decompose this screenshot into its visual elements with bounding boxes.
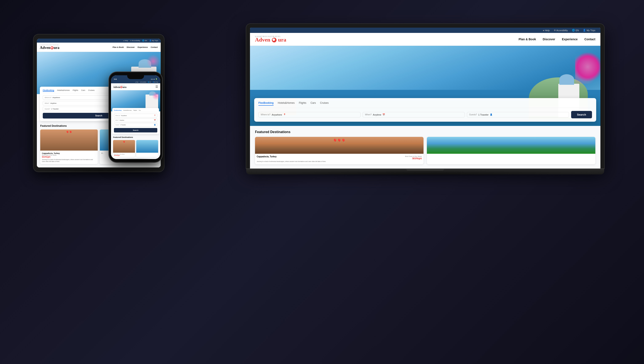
tablet-dest-cappadocia-img bbox=[40, 129, 98, 150]
laptop-booking-widget: FlexBooking Hotels&Homes Flights Cars Cr… bbox=[254, 98, 596, 122]
laptop-nav: Plan & Book Discover Experience Contact bbox=[519, 38, 595, 41]
laptop-dest-coastal[interactable] bbox=[427, 137, 595, 164]
tablet-nav-experience[interactable]: Experience bbox=[138, 46, 148, 48]
laptop-tab-flexbooking[interactable]: FlexBooking bbox=[258, 101, 274, 106]
laptop-help-link[interactable]: ● Help bbox=[543, 29, 550, 32]
tablet-tab-hotels[interactable]: Hotels&Homes bbox=[57, 89, 70, 92]
phone-when-field[interactable]: When? Anytime 📅 bbox=[114, 118, 157, 122]
tablet-tab-cars[interactable]: Cars bbox=[81, 89, 85, 92]
phone-notch bbox=[127, 75, 144, 79]
laptop-dest-cappadocia-price: $63/Night bbox=[405, 157, 422, 160]
laptop-tab-flights[interactable]: Flights bbox=[299, 101, 306, 106]
phone-screen: 9:41 ▲▲▲ 🔋 ● Help ⊕ Accesibility 🌐 EN 👤 … bbox=[111, 75, 160, 159]
laptop-screen: ● Help ⊕ Accesibility 🌐 EN 👤 My Trips bbox=[250, 28, 600, 168]
tablet-nav-plan[interactable]: Plan & Book bbox=[112, 46, 124, 48]
phone-tab-flexbooking[interactable]: FlexBooking bbox=[114, 110, 122, 111]
tablet-mytrips[interactable]: 👤 My Trips bbox=[149, 40, 158, 42]
laptop-dest-coastal-img bbox=[427, 137, 595, 154]
phone-where-field[interactable]: Where to? Anywhere 📍 bbox=[114, 114, 157, 117]
tablet-nav-contact[interactable]: Contact bbox=[151, 46, 158, 48]
phone-booking-widget-container: FlexBooking Hotels&Homes Flights Car Whe… bbox=[112, 108, 159, 134]
phone-hamburger-menu[interactable]: ☰ bbox=[156, 85, 158, 89]
laptop-guests-field[interactable]: Guests? 1 Traveler 👤 bbox=[467, 112, 569, 117]
laptop-tab-cruises[interactable]: Cruises bbox=[320, 101, 329, 106]
tablet-when-value: Anytime bbox=[50, 102, 56, 104]
phone-tab-flights[interactable]: Flights bbox=[133, 110, 137, 111]
phone-search-button[interactable]: Search bbox=[114, 128, 157, 132]
laptop-featured-title: Featured Destinations bbox=[255, 130, 595, 134]
location-icon: 📍 bbox=[283, 113, 286, 116]
laptop-when-field[interactable]: When? Anytime 📅 bbox=[363, 112, 465, 117]
laptop-tab-hotels[interactable]: Hotels&Homes bbox=[278, 101, 294, 106]
laptop-nav-experience[interactable]: Experience bbox=[562, 38, 578, 41]
phone-dest-cappadocia[interactable]: Best Deal of the Week $63/Night bbox=[113, 140, 135, 157]
tablet-guests-label: Guests? bbox=[45, 108, 50, 110]
phone-tab-cars[interactable]: Car bbox=[139, 110, 141, 111]
phone-logo-container: LIGHTHOUSETRAVEL Advenura bbox=[113, 85, 126, 89]
phone-dest-cappadocia-price: $63/Night bbox=[114, 155, 134, 156]
phone-mytrips[interactable]: 👤 My Trips bbox=[153, 81, 158, 83]
devices-showcase: ● Help ⊕ Accesibility 🌐 EN 👤 My Trips bbox=[27, 13, 617, 351]
laptop-when-value: Anytime bbox=[373, 113, 382, 116]
laptop-screen-outer: ● Help ⊕ Accesibility 🌐 EN 👤 My Trips bbox=[246, 24, 604, 168]
phone-language[interactable]: 🌐 EN bbox=[148, 81, 151, 83]
tablet-dest-cappadocia-deal: Best Deal of the Week bbox=[42, 154, 96, 156]
tablet-tab-flexbooking[interactable]: FlexBooking bbox=[43, 89, 54, 92]
laptop-where-value: Anywhere bbox=[272, 113, 282, 116]
phone-tab-hotels[interactable]: Hotels&Homes bbox=[123, 110, 132, 111]
phone-calendar-icon: 📅 bbox=[154, 119, 156, 121]
tablet-dest-cappadocia[interactable]: Cappadocia, Turkey Best Deal of the Week… bbox=[40, 129, 98, 164]
tablet-tab-cruises[interactable]: Cruises bbox=[88, 89, 95, 92]
tablet-navbar: LIGHTHOUSETRAVEL Advenura Plan & Book Di… bbox=[37, 43, 161, 52]
calendar-icon: 📅 bbox=[382, 113, 385, 116]
laptop-mytrips-link[interactable]: 👤 My Trips bbox=[583, 29, 595, 32]
laptop-search-button[interactable]: Search bbox=[571, 111, 592, 118]
laptop-nav-contact[interactable]: Contact bbox=[584, 38, 595, 41]
laptop-dest-cappadocia-info: Cappadocia, Turkey Best Deal of the Week… bbox=[255, 154, 424, 164]
phone-when-label: When? bbox=[116, 120, 119, 121]
phone-guests-label: Guests? bbox=[116, 124, 120, 125]
laptop-nav-plan[interactable]: Plan & Book bbox=[519, 38, 536, 41]
phone-dest-second[interactable] bbox=[136, 140, 158, 157]
phone-help[interactable]: ● Help bbox=[135, 81, 138, 83]
laptop-nav-discover[interactable]: Discover bbox=[543, 38, 555, 41]
phone-status-icons: ▲▲▲ 🔋 bbox=[150, 78, 157, 80]
tablet-dest-cappadocia-desc: Journey to a land of whimsical landscape… bbox=[42, 158, 96, 162]
tablet-shadow bbox=[40, 167, 158, 174]
tablet-when-label: When? bbox=[45, 102, 49, 104]
phone-dest-cappadocia-info: Best Deal of the Week $63/Night bbox=[113, 153, 135, 157]
tablet-help[interactable]: ● Help bbox=[123, 40, 128, 42]
laptop-dest-cappadocia-desc: Journey to a land of whimsical landscape… bbox=[257, 160, 422, 162]
laptop-hero: FlexBooking Hotels&Homes Flights Cars Cr… bbox=[250, 46, 600, 126]
tablet-dest-cappadocia-info: Cappadocia, Turkey Best Deal of the Week… bbox=[40, 150, 98, 164]
laptop-content: Featured Destinations Cappadocia, Turkey… bbox=[250, 126, 600, 168]
laptop-guests-label: Guests? bbox=[469, 113, 477, 116]
phone-where-value: Anywhere bbox=[121, 115, 153, 116]
laptop-logo[interactable]: Adven ura bbox=[255, 37, 286, 43]
person-icon: 👤 bbox=[490, 113, 492, 116]
tablet-logo[interactable]: Advenura bbox=[40, 46, 60, 50]
phone-dest-second-img bbox=[136, 140, 158, 153]
phone-accessibility[interactable]: ⊕ Accesibility bbox=[140, 81, 146, 83]
phone-shadow bbox=[112, 158, 160, 164]
tablet-language[interactable]: 🌐 EN bbox=[142, 40, 147, 42]
laptop-guests-value: 1 Traveler bbox=[478, 113, 488, 116]
phone-guests-field[interactable]: Guests? 1 Traveler 👤 bbox=[114, 123, 157, 127]
phone-device: 9:41 ▲▲▲ 🔋 ● Help ⊕ Accesibility 🌐 EN 👤 … bbox=[109, 72, 162, 162]
laptop-tab-cars[interactable]: Cars bbox=[310, 101, 316, 106]
phone-dest-cappadocia-img bbox=[113, 140, 135, 153]
tablet-nav-discover[interactable]: Discover bbox=[126, 46, 134, 48]
phone-logo[interactable]: Advenura bbox=[113, 86, 126, 89]
phone-dest-second-info bbox=[136, 153, 158, 154]
laptop-dest-cappadocia[interactable]: Cappadocia, Turkey Best Deal of the Week… bbox=[255, 137, 424, 164]
laptop-dest-cappadocia-img bbox=[255, 137, 424, 154]
laptop-where-field[interactable]: Where to? Anywhere 📍 bbox=[258, 112, 360, 117]
laptop-language-link[interactable]: 🌐 EN bbox=[572, 29, 579, 32]
phone-navbar: LIGHTHOUSETRAVEL Advenura ☰ bbox=[111, 83, 160, 90]
tablet-tab-flights[interactable]: Flights bbox=[73, 89, 78, 92]
laptop-when-label: When? bbox=[365, 113, 372, 116]
laptop-accessibility-link[interactable]: ⊕ Accesibility bbox=[554, 29, 568, 32]
tablet-accessibility[interactable]: ⊕ Accesibility bbox=[130, 40, 140, 42]
laptop-shadow bbox=[264, 170, 586, 176]
laptop-dest-cappadocia-name: Cappadocia, Turkey bbox=[257, 155, 276, 158]
